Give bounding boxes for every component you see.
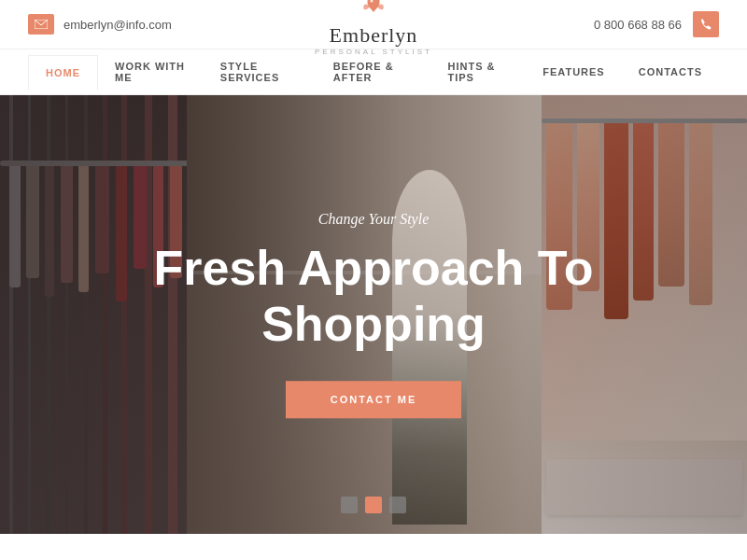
hero-title-line2: Shopping [261, 297, 486, 351]
logo[interactable]: Emberlyn PERSONAL STYLIST [315, 0, 432, 56]
slider-dot-1[interactable] [341, 497, 358, 513]
top-bar-left: emberlyn@info.com [28, 14, 172, 35]
logo-name: Emberlyn [315, 23, 432, 48]
nav-item-features[interactable]: FEATURES [526, 55, 621, 89]
nav-item-home[interactable]: HOME [28, 55, 98, 91]
phone-icon-box[interactable] [693, 11, 719, 37]
phone-number: 0 800 668 88 66 [594, 18, 682, 32]
logo-icon [315, 0, 432, 21]
hero-section: Change Your Style Fresh Approach To Shop… [0, 95, 747, 534]
slider-dot-3[interactable] [389, 497, 406, 513]
contact-me-button[interactable]: CONTACT ME [286, 381, 462, 418]
phone-icon [699, 18, 712, 31]
email-address: emberlyn@info.com [63, 18, 172, 32]
nav-item-work-with-me[interactable]: WORK WITH ME [98, 49, 204, 94]
email-icon-box [28, 14, 54, 35]
nav-item-hints-tips[interactable]: HINTS & TIPS [430, 49, 526, 94]
nav-item-before-after[interactable]: BEFORE & AFTER [317, 49, 431, 94]
nav-item-contacts[interactable]: CONTACTS [622, 55, 719, 89]
hero-subtitle: Change Your Style [140, 211, 607, 228]
slider-dot-2[interactable] [365, 497, 382, 513]
top-bar-right: 0 800 668 88 66 [594, 11, 719, 37]
email-icon [35, 20, 48, 29]
logo-bird-icon [360, 0, 387, 21]
hero-title: Fresh Approach To Shopping [140, 241, 607, 353]
hero-content: Change Your Style Fresh Approach To Shop… [140, 211, 607, 418]
hero-title-line1: Fresh Approach To [154, 241, 594, 295]
nav-item-style-services[interactable]: STYLE SERVICES [204, 49, 317, 94]
slider-dots [341, 497, 406, 513]
main-nav: HOME WORK WITH ME STYLE SERVICES BEFORE … [0, 49, 747, 95]
top-bar: emberlyn@info.com Emberlyn PERSONAL STYL… [0, 0, 747, 49]
